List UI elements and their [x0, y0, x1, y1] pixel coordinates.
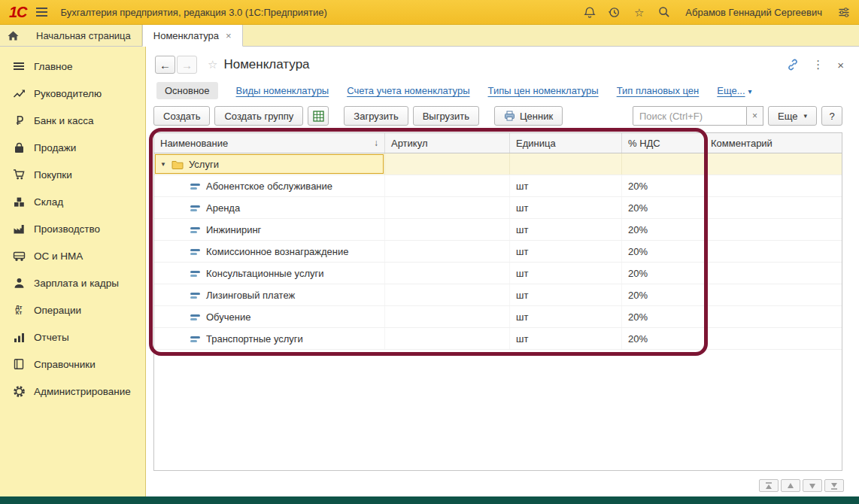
- person-icon: [12, 277, 26, 290]
- sidebar-item-fixed-assets[interactable]: ОС и НМА: [0, 242, 145, 269]
- create-button[interactable]: Создать: [153, 106, 210, 126]
- price-tag-button[interactable]: Ценник: [494, 106, 563, 126]
- bottom-strip: [0, 496, 859, 504]
- column-header-vat[interactable]: % НДС: [622, 133, 705, 153]
- menu-icon: [12, 60, 26, 73]
- service-item-icon: [190, 225, 200, 235]
- service-item-icon: [190, 290, 200, 300]
- more-button[interactable]: Еще ▾: [768, 106, 817, 126]
- table-header: Наименование ↓ Артикул Единица % НДС Ком…: [154, 133, 842, 153]
- sidebar-item-production[interactable]: Производство: [0, 215, 145, 242]
- sales-bag-icon: [12, 141, 26, 154]
- create-group-button[interactable]: Создать группу: [214, 106, 303, 126]
- nav-planned-price-type[interactable]: Тип плановых цен: [617, 85, 700, 96]
- titlebar-actions: ☆ Абрамов Геннадий Сергеевич: [583, 6, 850, 19]
- warehouse-icon: [12, 196, 26, 208]
- table-row[interactable]: Транспортные услуги шт 20%: [154, 328, 842, 350]
- unload-button[interactable]: Выгрузить: [413, 106, 479, 126]
- page-header: ← → ☆ Номенклатура ⋮ ×: [155, 54, 844, 75]
- search-icon[interactable]: [657, 6, 670, 19]
- caret-down-icon: ▾: [803, 112, 807, 120]
- selected-cell[interactable]: ▼ Услуги: [155, 154, 384, 174]
- nav-price-types[interactable]: Типы цен номенклатуры: [488, 85, 599, 96]
- sidebar-item-catalogs[interactable]: Справочники: [0, 351, 145, 378]
- go-down-button[interactable]: [803, 479, 822, 492]
- go-first-button[interactable]: [759, 479, 779, 492]
- table-row[interactable]: Комиссионное вознаграждение шт 20%: [154, 241, 842, 263]
- tab-home[interactable]: Начальная страница: [26, 25, 142, 46]
- link-icon[interactable]: [787, 59, 799, 71]
- production-icon: [12, 223, 26, 235]
- window-title: Бухгалтерия предприятия, редакция 3.0 (1…: [61, 7, 327, 18]
- go-last-button[interactable]: [824, 479, 844, 492]
- favorite-star-icon[interactable]: ☆: [208, 58, 217, 71]
- sidebar-item-bank-cash[interactable]: Банк и касса: [0, 107, 145, 134]
- history-icon[interactable]: [608, 6, 621, 19]
- dtkt-icon: ДтКт: [12, 304, 26, 317]
- app-logo: 1С: [9, 4, 27, 21]
- search-group: ×: [633, 106, 763, 126]
- book-icon: [12, 358, 26, 371]
- table-row[interactable]: Лизинговый платеж шт 20%: [154, 284, 842, 306]
- table-row[interactable]: Обучение шт 20%: [154, 306, 842, 328]
- notifications-bell-icon[interactable]: [583, 6, 596, 19]
- sidebar: Главное Руководителю Банк и касса Продаж…: [0, 47, 146, 496]
- fixed-assets-icon: [12, 250, 26, 263]
- sidebar-item-administration[interactable]: Администрирование: [0, 378, 145, 405]
- sidebar-item-reports[interactable]: Отчеты: [0, 323, 145, 351]
- column-header-comment[interactable]: Комментарий: [705, 133, 842, 153]
- forward-button: →: [177, 56, 197, 74]
- tab-nomenclature[interactable]: Номенклатура ×: [142, 25, 243, 47]
- sidebar-item-warehouse[interactable]: Склад: [0, 188, 145, 215]
- service-item-icon: [190, 181, 200, 191]
- nav-accounting-accounts[interactable]: Счета учета номенклатуры: [347, 85, 469, 96]
- more-dots-icon[interactable]: ⋮: [812, 58, 824, 71]
- sidebar-item-payroll-hr[interactable]: Зарплата и кадры: [0, 269, 145, 296]
- settings-tune-icon[interactable]: [837, 6, 850, 19]
- sidebar-item-operations[interactable]: ДтКт Операции: [0, 296, 145, 323]
- close-icon[interactable]: ×: [837, 59, 844, 71]
- nav-main[interactable]: Основное: [156, 82, 218, 99]
- ruble-icon: [12, 114, 26, 127]
- go-up-button[interactable]: [781, 479, 800, 492]
- service-item-icon: [190, 269, 200, 278]
- toolbar: Создать Создать группу Загрузить Выгрузи…: [153, 105, 842, 126]
- nav-more-link[interactable]: Еще...▾: [717, 85, 751, 96]
- page-header-actions: ⋮ ×: [787, 58, 844, 71]
- sidebar-item-manager[interactable]: Руководителю: [0, 80, 145, 107]
- folder-icon: [171, 159, 184, 169]
- column-header-article[interactable]: Артикул: [385, 133, 510, 153]
- help-button[interactable]: ?: [821, 106, 842, 126]
- back-button[interactable]: ←: [155, 56, 175, 74]
- table-row[interactable]: Инжиниринг шт 20%: [154, 219, 842, 241]
- body: Главное Руководителю Банк и касса Продаж…: [0, 47, 859, 496]
- table-row-group[interactable]: ▼ Услуги: [154, 153, 842, 175]
- table-row[interactable]: Аренда шт 20%: [154, 197, 842, 219]
- sidebar-item-main[interactable]: Главное: [0, 53, 145, 80]
- cart-icon: [12, 169, 26, 181]
- list-navigation: [759, 479, 844, 492]
- trend-chart-icon: [12, 87, 26, 100]
- nav-nomenclature-kinds[interactable]: Виды номенклатуры: [236, 85, 329, 96]
- search-clear-icon[interactable]: ×: [747, 106, 763, 126]
- spreadsheet-icon-button[interactable]: [308, 106, 329, 126]
- current-user[interactable]: Абрамов Геннадий Сергеевич: [685, 7, 822, 18]
- sort-desc-icon: ↓: [374, 138, 378, 148]
- sidebar-item-sales[interactable]: Продажи: [0, 134, 145, 161]
- table-row[interactable]: Абонентское обслуживание шт 20%: [154, 175, 842, 197]
- load-button[interactable]: Загрузить: [344, 106, 408, 126]
- page-title: Номенклатура: [223, 57, 309, 72]
- sidebar-item-purchases[interactable]: Покупки: [0, 161, 145, 188]
- search-input[interactable]: [633, 106, 747, 126]
- favorites-icon[interactable]: ☆: [633, 6, 645, 19]
- service-item-icon: [190, 334, 200, 344]
- home-icon[interactable]: [0, 25, 26, 46]
- tab-close-icon[interactable]: ×: [226, 30, 232, 41]
- table-row[interactable]: Консультационные услуги шт 20%: [154, 263, 842, 284]
- column-header-name[interactable]: Наименование ↓: [154, 133, 385, 153]
- gear-icon: [12, 385, 26, 398]
- expander-icon[interactable]: ▼: [160, 161, 166, 168]
- main-menu-icon[interactable]: [36, 5, 47, 19]
- column-header-unit[interactable]: Единица: [510, 133, 622, 153]
- service-item-icon: [190, 247, 200, 257]
